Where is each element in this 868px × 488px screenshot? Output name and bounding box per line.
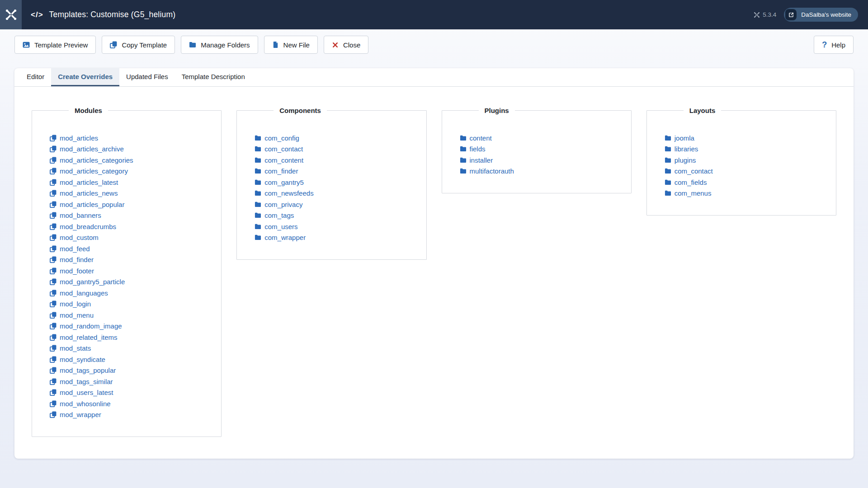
list-item: mod_syndicate: [50, 354, 214, 365]
override-link-mod_feed[interactable]: mod_feed: [50, 245, 90, 253]
override-link-com_finder[interactable]: com_finder: [255, 167, 298, 175]
override-link-mod_random_image[interactable]: mod_random_image: [50, 322, 122, 330]
override-link-plugins[interactable]: plugins: [665, 156, 696, 164]
copy-template-button[interactable]: Copy Template: [102, 36, 175, 54]
tab-updated-files[interactable]: Updated Files: [119, 68, 175, 86]
override-link-mod_articles_categories[interactable]: mod_articles_categories: [50, 156, 133, 164]
override-link-label: com_finder: [264, 167, 298, 175]
override-link-com_menus[interactable]: com_menus: [665, 189, 712, 197]
new-file-button[interactable]: New File: [264, 36, 318, 54]
override-link-mod_syndicate[interactable]: mod_syndicate: [50, 356, 105, 363]
copy-icon: [50, 278, 57, 285]
override-link-mod_languages[interactable]: mod_languages: [50, 289, 108, 297]
override-link-libraries[interactable]: libraries: [665, 145, 698, 153]
file-icon: [272, 41, 279, 48]
list-item: mod_articles_news: [50, 188, 214, 199]
joomla-logo-icon: [5, 9, 17, 21]
template-preview-button[interactable]: Template Preview: [14, 36, 96, 54]
override-link-com_fields[interactable]: com_fields: [665, 178, 707, 186]
override-link-com_contact[interactable]: com_contact: [665, 167, 713, 175]
copy-icon: [50, 378, 57, 385]
tab-editor[interactable]: Editor: [20, 68, 51, 86]
list-item: mod_finder: [50, 254, 214, 266]
override-link-mod_articles_archive[interactable]: mod_articles_archive: [50, 145, 124, 153]
override-link-label: mod_articles_popular: [60, 201, 124, 208]
override-link-fields[interactable]: fields: [460, 145, 486, 153]
override-link-label: com_newsfeeds: [264, 189, 313, 197]
folder-icon: [460, 168, 467, 174]
override-link-mod_tags_popular[interactable]: mod_tags_popular: [50, 366, 116, 374]
tab-template-description[interactable]: Template Description: [175, 68, 252, 86]
override-link-mod_footer[interactable]: mod_footer: [50, 267, 94, 275]
list-item: com_newsfeeds: [255, 188, 419, 199]
folder-icon: [255, 179, 261, 186]
copy-icon: [50, 234, 57, 241]
list-item: com_content: [255, 155, 419, 166]
copy-icon: [50, 334, 57, 341]
copy-icon: [50, 256, 57, 263]
copy-icon: [50, 345, 57, 352]
override-link-com_content[interactable]: com_content: [255, 156, 303, 164]
override-link-mod_articles_popular[interactable]: mod_articles_popular: [50, 201, 124, 208]
manage-folders-button[interactable]: Manage Folders: [181, 36, 258, 54]
close-button[interactable]: Close: [324, 36, 368, 54]
override-link-mod_finder[interactable]: mod_finder: [50, 256, 94, 263]
override-link-mod_menu[interactable]: mod_menu: [50, 311, 94, 319]
override-link-label: com_wrapper: [264, 234, 306, 241]
override-link-mod_related_items[interactable]: mod_related_items: [50, 333, 118, 341]
list-item: mod_languages: [50, 287, 214, 299]
override-link-com_contact[interactable]: com_contact: [255, 145, 303, 153]
override-link-mod_breadcrumbs[interactable]: mod_breadcrumbs: [50, 223, 116, 230]
override-link-mod_wrapper[interactable]: mod_wrapper: [50, 411, 101, 418]
override-link-multifactorauth[interactable]: multifactorauth: [460, 167, 514, 175]
override-link-com_tags[interactable]: com_tags: [255, 211, 294, 219]
folder-icon: [255, 135, 261, 141]
list-item: mod_tags_popular: [50, 365, 214, 376]
override-link-mod_gantry5_particle[interactable]: mod_gantry5_particle: [50, 278, 125, 286]
override-link-com_config[interactable]: com_config: [255, 134, 299, 142]
override-link-joomla[interactable]: joomla: [665, 134, 694, 142]
override-link-mod_articles[interactable]: mod_articles: [50, 134, 98, 142]
override-link-com_newsfeeds[interactable]: com_newsfeeds: [255, 189, 313, 197]
list-item: mod_articles_popular: [50, 199, 214, 210]
list-item: com_privacy: [255, 199, 419, 210]
list-item: com_fields: [665, 177, 829, 188]
tab-create-overrides[interactable]: Create Overrides: [51, 68, 119, 86]
content-card: EditorCreate OverridesUpdated FilesTempl…: [14, 68, 854, 459]
panel-modules: Modulesmod_articlesmod_articles_archivem…: [32, 107, 222, 437]
override-link-com_gantry5[interactable]: com_gantry5: [255, 178, 304, 186]
override-link-mod_login[interactable]: mod_login: [50, 300, 91, 308]
image-icon: [23, 41, 30, 48]
site-link-button[interactable]: DaSalba's website: [784, 8, 858, 22]
list-item: mod_login: [50, 299, 214, 310]
list-item: multifactorauth: [460, 166, 624, 177]
override-link-mod_banners[interactable]: mod_banners: [50, 211, 101, 219]
override-link-label: mod_articles: [60, 134, 98, 142]
override-link-mod_custom[interactable]: mod_custom: [50, 234, 99, 241]
override-link-label: mod_articles_news: [60, 189, 118, 197]
override-link-mod_whosonline[interactable]: mod_whosonline: [50, 400, 111, 408]
override-link-label: mod_login: [60, 300, 91, 308]
joomla-logo[interactable]: [0, 0, 22, 29]
override-link-label: com_tags: [264, 211, 294, 219]
override-link-label: mod_articles_latest: [60, 178, 118, 186]
override-link-installer[interactable]: installer: [460, 156, 493, 164]
list-item: com_contact: [665, 166, 829, 177]
override-link-com_privacy[interactable]: com_privacy: [255, 201, 302, 208]
override-link-label: fields: [470, 145, 486, 153]
list-item: mod_articles_categories: [50, 155, 214, 166]
list-item: mod_stats: [50, 343, 214, 354]
list-item: mod_articles: [50, 132, 214, 144]
override-link-mod_users_latest[interactable]: mod_users_latest: [50, 389, 113, 396]
version-number: 5.3.4: [763, 11, 776, 18]
list-item: mod_related_items: [50, 332, 214, 343]
override-link-mod_articles_news[interactable]: mod_articles_news: [50, 189, 118, 197]
override-link-mod_tags_similar[interactable]: mod_tags_similar: [50, 378, 113, 385]
override-link-com_users[interactable]: com_users: [255, 223, 297, 230]
override-link-mod_articles_category[interactable]: mod_articles_category: [50, 167, 128, 175]
override-link-content[interactable]: content: [460, 134, 492, 142]
help-button[interactable]: ? Help: [814, 36, 854, 54]
override-link-mod_articles_latest[interactable]: mod_articles_latest: [50, 178, 118, 186]
override-link-com_wrapper[interactable]: com_wrapper: [255, 234, 306, 241]
override-link-mod_stats[interactable]: mod_stats: [50, 344, 91, 352]
